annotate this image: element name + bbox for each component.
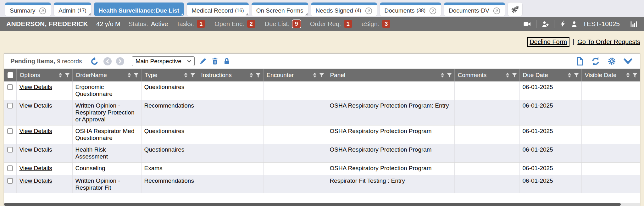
filter-icon[interactable] <box>512 73 517 78</box>
col-options[interactable]: Options <box>16 69 72 81</box>
col-label: Encounter <box>267 72 310 79</box>
col-visible-date[interactable]: Visible Date <box>581 69 640 81</box>
row-checkbox[interactable] <box>7 147 13 153</box>
panel-text: OSHA Respiratory Protection Program <box>330 128 432 134</box>
view-details-link[interactable]: View Details <box>19 146 52 153</box>
refresh-icon[interactable] <box>591 57 600 66</box>
tab-top-strip <box>252 3 308 5</box>
patient-counter[interactable]: Open Enc: 2 <box>214 20 255 28</box>
filter-icon[interactable] <box>134 73 139 78</box>
next-icon[interactable] <box>116 57 124 65</box>
instructions-cell <box>198 144 263 163</box>
bar-chart-icon[interactable] <box>630 20 638 28</box>
sort-icon[interactable] <box>58 73 62 78</box>
col-panel[interactable]: Panel <box>327 69 454 81</box>
go-to-order-requests-link[interactable]: Go To Order Requests <box>577 38 640 46</box>
status-label: Status: <box>129 20 148 28</box>
sort-icon[interactable] <box>127 73 131 78</box>
filter-icon[interactable] <box>574 73 579 78</box>
popout-icon[interactable] <box>429 7 436 14</box>
popout-icon[interactable] <box>493 7 500 14</box>
view-details-link[interactable]: View Details <box>19 165 52 171</box>
popout-icon[interactable] <box>365 7 372 14</box>
person-icon[interactable] <box>571 20 578 28</box>
tab-label: Documents <box>385 7 415 14</box>
tab[interactable]: Summary <box>5 3 51 16</box>
trash-icon[interactable] <box>211 57 219 65</box>
new-page-icon[interactable] <box>576 57 584 66</box>
filter-icon[interactable] <box>447 73 452 78</box>
tab[interactable]: Medical Record (16) <box>187 3 248 16</box>
row-checkbox[interactable] <box>7 165 13 171</box>
prev-icon[interactable] <box>103 57 112 65</box>
video-camera-icon[interactable] <box>523 20 531 28</box>
select-all-checkbox[interactable] <box>8 72 13 78</box>
counter-label: Tasks: <box>176 20 194 28</box>
row-checkbox[interactable] <box>7 84 13 90</box>
patient-counter[interactable]: Due List: 9 <box>265 20 301 28</box>
view-details-link[interactable]: View Details <box>19 177 52 184</box>
pencil-icon[interactable] <box>199 57 207 65</box>
counter-label: Order Req: <box>310 20 341 28</box>
col-type[interactable]: Type <box>141 69 198 81</box>
perspective-select[interactable]: Main Perspective <box>132 56 195 66</box>
links-separator: | <box>573 38 574 46</box>
col-instructions[interactable]: Instructions <box>198 69 263 81</box>
patient-counter[interactable]: eSign: 3 <box>362 20 391 28</box>
tab[interactable]: On Screen Forms <box>252 3 308 16</box>
panel-cell: OSHA Respiratory Protection Program <box>327 144 454 163</box>
gear-icon[interactable] <box>608 57 616 65</box>
decline-form-link[interactable]: Decline Form <box>530 38 567 45</box>
type-cell: Questionnaires <box>141 144 198 163</box>
undo-icon[interactable] <box>90 57 99 66</box>
view-details-link[interactable]: View Details <box>19 102 52 109</box>
view-details-link[interactable]: View Details <box>19 128 52 134</box>
row-checkbox[interactable] <box>7 103 13 109</box>
horizontal-scrollbar-thumb[interactable] <box>4 203 621 206</box>
sort-icon[interactable] <box>626 73 630 78</box>
options-cell: View Details <box>16 175 72 193</box>
filter-icon[interactable] <box>319 73 324 78</box>
row-checkbox[interactable] <box>7 178 13 184</box>
col-label: Due Date <box>523 72 565 79</box>
lightning-icon[interactable] <box>559 20 566 28</box>
sort-icon[interactable] <box>568 73 571 78</box>
tab-count: (16) <box>235 8 244 14</box>
sort-icon[interactable] <box>184 73 188 78</box>
view-details-link[interactable]: View Details <box>19 84 52 90</box>
col-comments[interactable]: Comments <box>454 69 519 81</box>
lock-icon[interactable] <box>223 57 230 65</box>
patient-counter[interactable]: Tasks: 1 <box>176 20 205 28</box>
tab-label: Admin <box>58 7 75 14</box>
sort-icon[interactable] <box>249 73 253 78</box>
panel-cell: OSHA Respiratory Protection Program <box>327 163 454 175</box>
panel-text: OSHA Respiratory Protection Program <box>330 165 432 171</box>
patient-counter[interactable]: Order Req: 1 <box>310 20 352 28</box>
type-cell: Questionnaires <box>141 125 198 144</box>
filter-icon[interactable] <box>256 73 261 78</box>
type-cell: Recommendations <box>141 100 198 125</box>
tab-bar: Summary Admin (17) Health Surveillance:D… <box>0 0 644 17</box>
tab-top-strip <box>5 3 51 5</box>
tab[interactable]: Needs Signed (4) <box>311 3 377 16</box>
sort-icon[interactable] <box>313 73 317 78</box>
filter-icon[interactable] <box>632 73 637 78</box>
sort-icon[interactable] <box>441 73 444 78</box>
col-due-date[interactable]: Due Date <box>519 69 581 81</box>
tab[interactable]: Documents (38) <box>380 3 441 16</box>
popout-icon[interactable] <box>39 7 46 14</box>
tab[interactable]: Documents-DV <box>444 3 505 16</box>
tab-settings-button[interactable] <box>508 3 522 16</box>
patient-bar-right: TEST-10025 <box>523 20 638 28</box>
chevron-down-icon[interactable] <box>624 58 632 64</box>
col-ordername[interactable]: OrderName <box>72 69 141 81</box>
visible-date-cell <box>581 175 640 193</box>
tab[interactable]: Health Surveillance:Due List <box>94 3 184 16</box>
sort-icon[interactable] <box>506 73 509 78</box>
filter-icon[interactable] <box>65 73 70 78</box>
row-checkbox[interactable] <box>7 128 13 134</box>
col-encounter[interactable]: Encounter <box>263 69 327 81</box>
person-add-icon[interactable] <box>541 20 549 28</box>
tab[interactable]: Admin (17) <box>54 3 91 16</box>
filter-icon[interactable] <box>190 73 195 78</box>
